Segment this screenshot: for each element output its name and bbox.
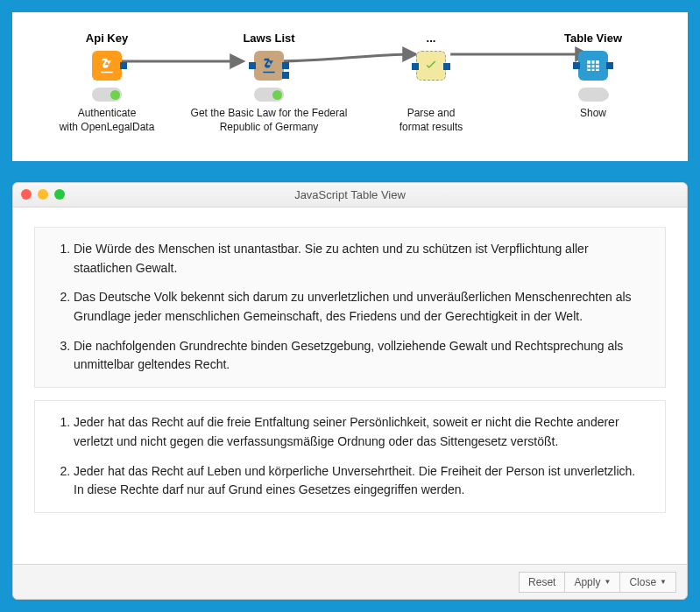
chevron-down-icon: ▼: [604, 578, 611, 586]
node-title: Api Key: [86, 32, 128, 46]
table-row: Jeder hat das Recht auf die freie Entfal…: [34, 400, 666, 513]
node-title: Table View: [564, 32, 622, 46]
node-api-key[interactable]: Api Key Authenticatewith OpenLegalData: [28, 32, 186, 134]
table-row: Die Würde des Menschen ist unantastbar. …: [34, 227, 666, 388]
workflow-panel: Api Key Authenticatewith OpenLegalData L…: [12, 12, 688, 161]
minimize-window-button[interactable]: [38, 189, 48, 200]
status-indicator: [92, 88, 122, 102]
node-description: Show: [580, 107, 606, 121]
law-item: Die nachfolgenden Grundrechte binden Ges…: [74, 337, 647, 375]
output-port[interactable]: [120, 62, 127, 69]
node-laws-list[interactable]: Laws List Get the Basic Law for the Fede…: [190, 32, 348, 134]
output-port[interactable]: [282, 62, 289, 69]
law-item: Jeder hat das Recht auf Leben und körper…: [74, 462, 647, 500]
table-icon: [578, 51, 608, 81]
svg-rect-2: [587, 60, 599, 71]
button-label: Close: [629, 576, 656, 588]
status-indicator: [254, 88, 284, 102]
law-item: Die Würde des Menschen ist unantastbar. …: [74, 240, 647, 278]
titlebar[interactable]: JavaScript Table View: [13, 183, 687, 208]
apply-button[interactable]: Apply▼: [565, 572, 620, 593]
button-label: Apply: [574, 576, 600, 588]
zoom-window-button[interactable]: [54, 189, 65, 200]
node-description: Get the Basic Law for the FederalRepubli…: [191, 107, 348, 134]
table-view-window: JavaScript Table View Die Würde des Mens…: [12, 182, 688, 600]
node-parse-format[interactable]: ... Parse andformat results: [352, 32, 510, 134]
input-port[interactable]: [412, 63, 419, 70]
window-footer: Reset Apply▼ Close▼: [13, 564, 687, 599]
input-port[interactable]: [573, 62, 580, 69]
close-window-button[interactable]: [21, 189, 32, 200]
close-button[interactable]: Close▼: [620, 572, 676, 593]
input-port[interactable]: [249, 62, 256, 69]
window-title: JavaScript Table View: [294, 188, 406, 201]
output-port[interactable]: [606, 62, 613, 69]
node-title: Laws List: [243, 32, 294, 46]
law-item: Jeder hat das Recht auf die freie Entfal…: [74, 413, 647, 451]
reset-button[interactable]: Reset: [519, 572, 565, 593]
chevron-down-icon: ▼: [660, 578, 667, 586]
law-item: Das Deutsche Volk bekennt sich darum zu …: [74, 288, 647, 326]
window-body: Die Würde des Menschen ist unantastbar. …: [13, 208, 687, 564]
node-description: Authenticatewith OpenLegalData: [60, 107, 155, 134]
output-port-2[interactable]: [282, 72, 289, 79]
button-label: Reset: [528, 576, 555, 588]
metanode-icon: [416, 51, 446, 81]
scales-icon: [254, 51, 284, 81]
node-title: ...: [427, 32, 436, 46]
output-port[interactable]: [443, 63, 450, 70]
node-table-view[interactable]: Table View Show: [514, 32, 672, 121]
scales-icon: [92, 51, 122, 81]
window-controls: [21, 189, 65, 200]
node-description: Parse andformat results: [399, 107, 463, 134]
status-indicator: [578, 88, 608, 102]
